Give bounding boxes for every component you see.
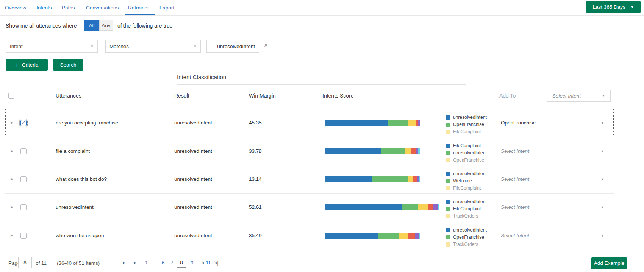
score-segment-blue	[325, 204, 402, 210]
legend-item: FileComplaint	[446, 129, 481, 134]
row-add-to-select[interactable]: Select Intent	[501, 176, 529, 182]
win-margin-value: 52.61	[249, 204, 262, 210]
chevron-down-icon[interactable]: ▼	[601, 177, 604, 181]
toggle-any-button[interactable]: Any	[99, 20, 113, 31]
page-link-11[interactable]: 11	[206, 260, 211, 266]
legend-swatch	[446, 235, 450, 239]
chevron-down-icon[interactable]: ▼	[601, 234, 604, 238]
chevron-down-icon[interactable]: ▼	[601, 205, 604, 209]
legend-label: OpenFranchise	[453, 122, 484, 127]
col-header-intents-score: Intents Score	[322, 93, 354, 99]
score-segment-cyan	[438, 204, 439, 210]
legend-label: unresolvedIntent	[453, 115, 487, 120]
page-link-7[interactable]: 7	[170, 260, 174, 266]
legend-label: Welcome	[453, 178, 472, 183]
last-page-icon[interactable]: >|	[214, 260, 218, 266]
chevron-down-icon[interactable]: ▼	[601, 149, 604, 153]
legend-swatch	[446, 144, 450, 148]
prev-page-icon[interactable]: <	[133, 260, 136, 266]
row-checkbox[interactable]	[20, 148, 27, 154]
result-text: unresolvedIntent	[174, 148, 212, 154]
expand-row-icon[interactable]: ▶	[11, 149, 13, 153]
legend-label: unresolvedIntent	[453, 171, 487, 176]
bulk-add-to-placeholder: Select Intent	[552, 93, 581, 99]
criteria-operator-select[interactable]: Matches ▼	[105, 40, 201, 53]
legend-swatch	[446, 179, 450, 183]
remove-criteria-icon[interactable]: ×	[264, 42, 268, 48]
row-divider	[5, 222, 614, 222]
select-all-checkbox[interactable]	[8, 93, 14, 99]
row-checkbox[interactable]	[20, 176, 27, 182]
add-criteria-button[interactable]: + Criteria	[6, 59, 48, 71]
all-any-toggle: All Any	[84, 20, 113, 31]
page-of-label: of 11	[36, 260, 47, 266]
pagination-divider	[114, 256, 114, 270]
legend-swatch	[446, 200, 450, 204]
utterance-text: what does this bot do?	[56, 176, 107, 182]
first-page-icon[interactable]: |<	[121, 260, 125, 266]
toggle-all-button[interactable]: All	[84, 20, 99, 31]
row-add-to-select[interactable]: Select Intent	[501, 204, 529, 210]
row-add-to-select[interactable]: Select Intent	[501, 233, 529, 238]
date-range-button[interactable]: Last 365 Days ▼	[586, 1, 641, 13]
score-segment-purple	[433, 204, 438, 210]
tab-retrainer[interactable]: Retrainer	[128, 5, 149, 11]
score-segment-green	[372, 176, 408, 182]
row-add-to-select[interactable]: OpenFranchise	[501, 120, 536, 126]
next-page-icon[interactable]: >	[202, 260, 204, 266]
row-checkbox[interactable]	[20, 120, 27, 126]
win-margin-value: 13.14	[249, 176, 262, 182]
filter-sentence-prefix: Show me all utterances where	[6, 23, 77, 29]
expand-row-icon[interactable]: ▶	[11, 233, 13, 237]
intents-score-bar	[325, 176, 420, 182]
legend-item: OpenFranchise	[446, 157, 484, 163]
legend-swatch	[446, 130, 450, 134]
add-example-button[interactable]: Add Example	[591, 257, 627, 269]
tab-paths[interactable]: Paths	[62, 5, 75, 11]
expand-row-icon[interactable]: ▶	[11, 177, 13, 181]
score-segment-cyan	[419, 176, 420, 182]
tab-intents[interactable]: Intents	[36, 5, 52, 11]
expand-row-icon[interactable]: ▶	[11, 205, 13, 209]
legend-swatch	[446, 228, 450, 232]
result-text: unresolvedIntent	[174, 120, 212, 126]
legend-item: unresolvedIntent	[446, 115, 487, 120]
page-link-9[interactable]: 9	[191, 260, 194, 266]
chevron-down-icon[interactable]: ▼	[601, 121, 604, 125]
criteria-value-input[interactable]: unresolvedIntent	[206, 40, 259, 53]
legend-item: OpenFranchise	[446, 122, 484, 127]
expand-row-icon[interactable]: ▶	[11, 121, 13, 124]
criteria-field-select[interactable]: Intent ▼	[6, 40, 98, 53]
page-link-6[interactable]: 6	[162, 260, 165, 266]
tab-export[interactable]: Export	[159, 5, 174, 11]
add-example-label: Add Example	[594, 260, 624, 266]
bulk-add-to-select[interactable]: Select Intent ▼	[547, 90, 611, 102]
chevron-down-icon: ▼	[602, 94, 605, 98]
legend-label: FileComplaint	[453, 206, 481, 211]
page-number-input[interactable]: 8	[18, 257, 32, 268]
row-divider	[5, 165, 614, 165]
tab-overview[interactable]: Overview	[5, 5, 26, 11]
legend-label: FileComplaint	[453, 143, 481, 148]
retrainer-page: Overview Intents Paths Conversations Ret…	[0, 0, 644, 272]
row-checkbox[interactable]	[20, 233, 27, 239]
filter-sentence-suffix: of the following are true	[117, 23, 173, 29]
legend-swatch	[446, 115, 450, 120]
page-link-1[interactable]: 1	[145, 260, 148, 266]
intents-score-bar	[325, 120, 420, 126]
legend-swatch	[446, 214, 450, 218]
row-add-to-select[interactable]: Select Intent	[501, 148, 529, 154]
win-margin-value: 45.35	[249, 120, 262, 126]
col-header-add-to: Add To	[499, 93, 516, 99]
score-segment-blue	[325, 233, 378, 239]
score-segment-purple	[415, 233, 419, 239]
chevron-down-icon: ▼	[194, 45, 197, 48]
search-button[interactable]: Search	[53, 59, 83, 71]
tab-conversations[interactable]: Conversations	[86, 5, 119, 11]
score-segment-blue	[325, 120, 388, 126]
row-checkbox[interactable]	[20, 204, 27, 210]
legend-label: FileComplaint	[453, 129, 481, 134]
legend-item: TrackOrders	[446, 213, 478, 219]
result-text: unresolvedIntent	[174, 233, 212, 238]
legend-swatch	[446, 158, 450, 162]
